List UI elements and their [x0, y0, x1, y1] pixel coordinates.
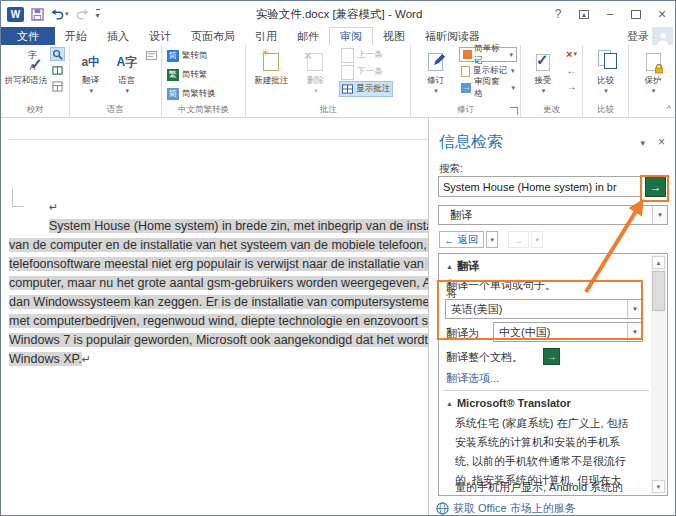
reviewing-pane-button[interactable]: → 审阅窗格 ▾ — [459, 80, 517, 96]
ribbon-group-chinese-conversion: 简 繁转简 繁 简转繁 简 简繁转换 中文简繁转换 — [162, 45, 246, 117]
new-comment-icon: ✳ — [263, 49, 279, 75]
page-top-edge — [9, 139, 428, 140]
ribbon-group-proofing: 字A ✓ 拼写和语法 — [1, 45, 70, 117]
translation-section-header[interactable]: ▲ 翻译 — [446, 259, 649, 274]
screentip-button[interactable] — [145, 48, 158, 62]
accept-button[interactable]: ✓ 接受 ▾ — [524, 47, 562, 103]
simplified-traditional-convert-button[interactable]: 简 简繁转换 — [165, 86, 218, 102]
translate-button[interactable]: a中 翻译 ▾ — [73, 47, 109, 103]
redo-button[interactable] — [76, 8, 89, 20]
reference-source-caret-icon: ▾ — [652, 206, 667, 224]
redo-icon — [76, 8, 89, 20]
protect-button[interactable]: 保护 ▾ — [632, 47, 674, 103]
previous-change-button[interactable]: ← — [564, 63, 579, 77]
word-count-button[interactable] — [50, 79, 65, 93]
word-count-icon — [52, 81, 63, 92]
pane-options-button[interactable]: ▾ — [640, 138, 645, 148]
forward-button[interactable]: → — [508, 231, 529, 248]
document-text-line: met computerbedrijven, regenwoud wind, d… — [9, 312, 428, 331]
close-button[interactable]: × — [649, 3, 675, 25]
markup-caret-icon: ▾ — [509, 51, 513, 59]
previous-comment-button[interactable]: 上一条 — [339, 47, 393, 63]
translate-to-combo[interactable]: 中文(中国) ▾ — [493, 322, 643, 342]
translate-from-combo[interactable]: 英语(美国) ▾ — [445, 299, 643, 319]
tab-mailings[interactable]: 邮件 — [287, 27, 329, 45]
forward-caret-button[interactable]: ▾ — [531, 231, 544, 248]
collapse-ribbon-button[interactable]: ^ — [667, 104, 671, 114]
scroll-down-icon[interactable]: ▼ — [652, 480, 665, 493]
translate-caret-icon: ▾ — [90, 87, 94, 95]
next-change-button[interactable]: → — [564, 79, 579, 93]
translation-result-line: 系统住宅 (家庭系统) 在广义上, 包括 — [455, 416, 629, 431]
back-button[interactable]: ← 返回 — [439, 231, 484, 248]
research-button[interactable] — [50, 47, 65, 61]
language-button[interactable]: A字 语言 ▾ — [109, 47, 145, 103]
minimize-button[interactable]: – — [597, 3, 623, 25]
reject-button[interactable]: × ▾ — [564, 47, 579, 61]
undo-caret-icon[interactable]: ▾ — [65, 10, 69, 18]
help-button[interactable]: ? — [545, 3, 571, 25]
scrollbar-thumb[interactable] — [652, 271, 665, 311]
tab-insert[interactable]: 插入 — [97, 27, 139, 45]
next-comment-button[interactable]: 下一条 — [339, 64, 393, 80]
scroll-up-icon[interactable]: ▲ — [652, 256, 665, 269]
compare-button[interactable]: 比较 ▾ — [586, 47, 625, 103]
document-text-line: telefoonsoftware meestal niet erg popula… — [9, 255, 428, 274]
new-comment-button[interactable]: ✳ 新建批注 — [249, 47, 293, 103]
show-comments-button[interactable]: 显示批注 — [339, 81, 393, 97]
ribbon-tab-row: 文件 开始 插入 设计 页面布局 引用 邮件 审阅 视图 福昕阅读器 登录 — [1, 27, 676, 45]
translate-whole-doc-button[interactable]: → — [543, 348, 560, 365]
track-changes-button[interactable]: 修订 ▾ — [414, 47, 457, 103]
tab-page-layout[interactable]: 页面布局 — [181, 27, 245, 45]
tab-home[interactable]: 开始 — [55, 27, 97, 45]
tab-references[interactable]: 引用 — [245, 27, 287, 45]
undo-button[interactable]: ▾ — [51, 8, 69, 20]
traditional-to-simplified-button[interactable]: 简 繁转简 — [165, 48, 218, 64]
display-for-review-combo[interactable]: 简单标记 ▾ — [459, 47, 517, 62]
thesaurus-button[interactable] — [50, 63, 65, 77]
protect-caret-icon: ▾ — [652, 87, 656, 95]
delete-comment-icon: × — [307, 49, 323, 75]
document-text-line: Windows 7 is populair geworden, Microsof… — [9, 331, 428, 350]
research-pane: 信息检索 ▾ × 搜索: → 翻译 ▾ ← 返回 ▾ → ▾ — [429, 118, 676, 516]
document-canvas[interactable]: ↵ System House (Home system) in brede zi… — [1, 118, 428, 516]
marketplace-link[interactable]: 获取 Office 市场上的服务 — [436, 501, 576, 516]
person-icon — [656, 31, 670, 45]
customize-qat-icon: ▾ — [96, 9, 100, 20]
search-input[interactable] — [438, 176, 641, 197]
maximize-button[interactable] — [623, 3, 649, 25]
spelling-grammar-button[interactable]: 字A ✓ 拼写和语法 — [4, 47, 48, 103]
pane-close-button[interactable]: × — [658, 135, 665, 149]
sign-in-link[interactable]: 登录 — [627, 27, 649, 45]
track-changes-icon — [428, 49, 443, 75]
ribbon: 字A ✓ 拼写和语法 — [1, 45, 676, 118]
word-logo-icon[interactable]: W — [7, 7, 24, 22]
avatar[interactable] — [652, 27, 673, 45]
translation-options-link[interactable]: 翻译选项... — [446, 371, 499, 386]
ribbon-group-compare: 比较 ▾ 比较 — [583, 45, 629, 117]
markup-icon — [463, 50, 472, 59]
translate-to-label: 翻译为 — [446, 326, 479, 341]
go-arrow-icon: → — [547, 351, 557, 362]
quick-access-toolbar: W ▾ — [1, 7, 100, 22]
document-text[interactable]: ↵ System House (Home system) in brede zi… — [9, 198, 428, 369]
back-caret-button[interactable]: ▾ — [486, 231, 499, 248]
delete-caret-icon: ▾ — [314, 87, 318, 95]
translate-whole-doc-label: 翻译整个文档。 — [446, 350, 523, 365]
delete-comment-button[interactable]: × 删除 ▾ — [293, 47, 337, 103]
reference-source-combo[interactable]: 翻译 ▾ — [438, 205, 668, 225]
document-text-line: computer, maar nu het grote aantal gsm-g… — [9, 274, 428, 293]
translator-section-header[interactable]: ▲ Microsoft® Translator — [446, 397, 571, 409]
tab-view[interactable]: 视图 — [373, 27, 415, 45]
save-button[interactable] — [31, 8, 44, 21]
tab-design[interactable]: 设计 — [139, 27, 181, 45]
translate-to-caret-icon: ▾ — [627, 323, 642, 341]
results-scrollbar[interactable]: ▲ ▼ — [651, 255, 666, 494]
simplified-to-traditional-button[interactable]: 繁 简转繁 — [165, 67, 218, 83]
customize-qat-button[interactable]: ▾ — [96, 9, 100, 20]
translation-prompt: 翻译一个单词或句子。 — [446, 278, 649, 293]
start-search-button[interactable]: → — [645, 176, 666, 197]
tab-review[interactable]: 审阅 — [329, 27, 373, 45]
tab-file[interactable]: 文件 — [1, 27, 55, 45]
ribbon-display-options-button[interactable]: ▲ — [571, 3, 597, 25]
